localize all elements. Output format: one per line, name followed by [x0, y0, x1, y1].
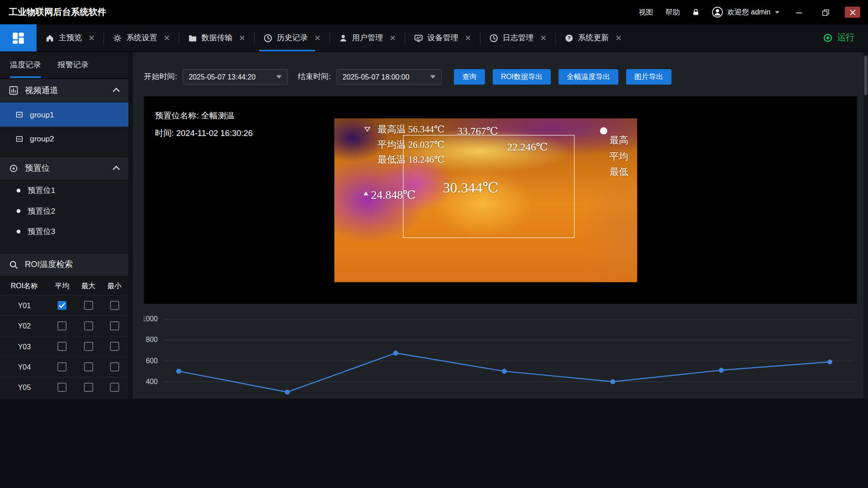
tab-close-icon[interactable] [89, 35, 94, 41]
group-icon [15, 111, 23, 118]
roi-avg-checkbox[interactable] [57, 342, 66, 351]
preset-item-1[interactable]: 预置位1 [0, 180, 128, 201]
overlay-label-min: 最低 [609, 165, 628, 178]
sidebar: 温度记录 报警记录 视频通道 group1 group2 [0, 52, 128, 399]
tab-main-preview[interactable]: 主预览 [37, 24, 104, 52]
chevron-up-icon[interactable] [113, 88, 120, 95]
group-item-1[interactable]: group1 [0, 103, 128, 127]
tab-label: 日志管理 [503, 33, 534, 43]
minimize-button[interactable] [792, 7, 806, 18]
sidebar-tab-label: 温度记录 [10, 60, 41, 70]
restore-button[interactable] [818, 7, 833, 18]
start-time-value: 2025-05-07 13:44:20 [189, 73, 255, 81]
close-button[interactable] [845, 7, 860, 18]
scrollbar-thumb[interactable] [864, 55, 867, 95]
table-row: Y06 [0, 398, 128, 399]
overlay-label-max: 最高 [609, 134, 628, 146]
triangle-up-icon [363, 191, 368, 196]
temperature-line-chart: 020040060080010002025-05-07 13:44:202025… [144, 311, 857, 399]
roi-avg-checkbox[interactable] [57, 301, 66, 310]
tab-system-update[interactable]: ? 系统更新 [556, 24, 630, 52]
group-item-2[interactable]: group2 [0, 127, 128, 151]
start-time-select[interactable]: 2025-05-07 13:44:20 [183, 69, 288, 84]
full-temp-export-button[interactable]: 全幅温度导出 [558, 69, 618, 84]
capture-time-label: 时间: 2024-11-02 16:30:26 [155, 128, 253, 139]
table-row: Y05 [0, 377, 128, 398]
preset-item-3[interactable]: 预置位3 [0, 221, 128, 242]
roi-export-button[interactable]: ROI数据导出 [493, 69, 551, 84]
sidebar-tab-temperature[interactable]: 温度记录 [10, 52, 41, 78]
group-label: group1 [30, 110, 54, 119]
roi-avg-checkbox[interactable] [57, 321, 66, 330]
roi-max-checkbox[interactable] [84, 321, 93, 330]
group-icon [15, 135, 23, 143]
home-icon [45, 33, 54, 42]
divider [128, 52, 133, 399]
tab-log-management[interactable]: 日志管理 [481, 24, 555, 52]
roi-avg-checkbox[interactable] [57, 362, 66, 371]
tab-close-icon[interactable] [616, 35, 622, 41]
chevron-up-icon[interactable] [113, 166, 120, 173]
roi-min-checkbox[interactable] [110, 362, 119, 371]
overlay-avg-temp: 平均温 26.037℃ [377, 138, 444, 151]
roi-avg-checkbox[interactable] [57, 383, 66, 392]
main-tabbar: 主预览 系统设置 数据传输 [0, 24, 868, 52]
end-time-value: 2025-05-07 18:00:00 [343, 73, 410, 81]
overlay-temp-value: 22.246℃ [507, 141, 548, 153]
tab-close-icon[interactable] [239, 35, 245, 41]
menu-view[interactable]: 视图 [639, 7, 653, 17]
roi-max-checkbox[interactable] [84, 362, 93, 371]
roi-max-checkbox[interactable] [84, 301, 93, 310]
section-title: 视频通道 [25, 85, 58, 96]
tab-user-management[interactable]: 用户管理 [330, 24, 405, 52]
section-roi-search[interactable]: ROI温度检索 [0, 253, 128, 277]
tab-device-management[interactable]: 设备管理 [405, 24, 480, 52]
tab-data-transfer[interactable]: 数据传输 [179, 24, 254, 52]
roi-name: Y02 [18, 322, 31, 330]
tab-label: 系统更新 [578, 33, 609, 43]
column-header: 平均 [55, 281, 69, 291]
image-export-button[interactable]: 图片导出 [626, 69, 671, 84]
scrollbar[interactable] [863, 52, 868, 399]
column-header: 最大 [81, 281, 95, 291]
roi-min-checkbox[interactable] [110, 383, 119, 392]
tab-close-icon[interactable] [465, 35, 471, 41]
preset-item-2[interactable]: 预置位2 [0, 201, 128, 221]
run-status: 运行 [824, 24, 868, 52]
table-row: Y01 [0, 296, 128, 316]
overlay-max-temp: 最高温 56.344℃ [377, 123, 444, 136]
tab-list: 主预览 系统设置 数据传输 [37, 24, 631, 52]
section-video-channel[interactable]: 视频通道 [0, 79, 128, 103]
end-time-select[interactable]: 2025-05-07 18:00:00 [336, 69, 442, 84]
roi-min-checkbox[interactable] [110, 342, 119, 351]
sidebar-tab-label: 报警记录 [57, 60, 89, 70]
sidebar-tab-alarm[interactable]: 报警记录 [57, 52, 89, 78]
lock-icon[interactable] [692, 8, 700, 17]
folder-icon [188, 33, 197, 42]
roi-max-checkbox[interactable] [84, 342, 93, 351]
menu-help[interactable]: 帮助 [665, 7, 680, 17]
roi-max-checkbox[interactable] [84, 383, 93, 392]
chevron-down-icon [430, 75, 435, 79]
roi-table-header: ROI名称 平均 最大 最小 [0, 277, 128, 296]
roi-min-checkbox[interactable] [110, 321, 119, 330]
query-button[interactable]: 查询 [454, 69, 485, 84]
app-logo[interactable] [0, 24, 37, 52]
tab-close-icon[interactable] [315, 35, 321, 41]
tab-close-icon[interactable] [540, 35, 546, 41]
preset-label: 预置位3 [28, 226, 55, 236]
roi-min-checkbox[interactable] [110, 301, 119, 310]
tab-system-settings[interactable]: 系统设置 [104, 24, 179, 52]
main-content: 开始时间: 2025-05-07 13:44:20 结束时间: 2025-05-… [133, 52, 868, 399]
bar-chart-icon [9, 86, 19, 95]
table-row: Y04 [0, 357, 128, 377]
section-preset[interactable]: 预置位 [0, 157, 128, 181]
overlay-temp-value: 33.767℃ [457, 125, 498, 137]
tab-history[interactable]: 历史记录 [255, 24, 329, 52]
clock-icon [489, 33, 498, 42]
tab-close-icon[interactable] [164, 35, 170, 41]
tab-close-icon[interactable] [390, 35, 396, 41]
tab-label: 主预览 [59, 33, 82, 43]
user-menu[interactable]: 欢迎您 admin [712, 7, 779, 18]
preset-label: 预置位2 [28, 206, 55, 216]
